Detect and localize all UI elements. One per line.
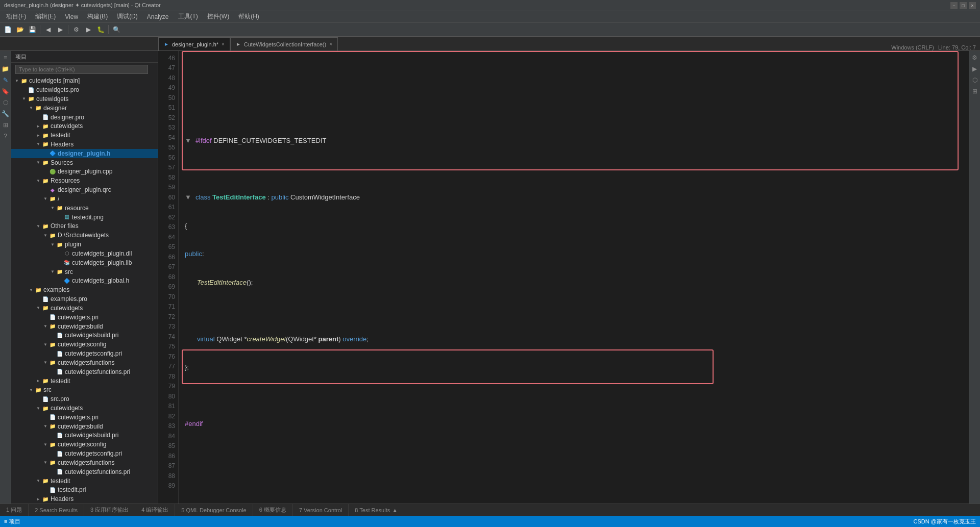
tree-item-cutewidgets-global-h[interactable]: 🔷 cutewidgets_global.h xyxy=(11,277,158,286)
tree-item-plugin[interactable]: ▼ 📁 plugin xyxy=(11,240,158,249)
tree-search-input[interactable] xyxy=(15,65,148,74)
tree-item-headers[interactable]: ▼ 📁 Headers xyxy=(11,140,158,149)
menu-project[interactable]: 项目(F) xyxy=(2,11,30,22)
sidebar-icon-output[interactable]: ⊞ xyxy=(1,120,10,130)
menu-debug[interactable]: 调试(D) xyxy=(113,11,142,22)
tree-item-designer-plugin-h[interactable]: 🔷 designer_plugin.h xyxy=(11,149,158,158)
bottom-tab-summary[interactable]: 6 概要信息 xyxy=(253,504,293,516)
tree-item-cutewidgets-main[interactable]: ▼ 📁 cutewidgets [main] xyxy=(11,76,158,85)
right-icon-build[interactable]: ⚙ xyxy=(970,53,979,62)
bottom-tab-vcs[interactable]: 7 Version Control xyxy=(293,504,349,516)
item-label: cutewidgets xyxy=(36,95,68,103)
menu-edit[interactable]: 编辑(E) xyxy=(31,11,60,22)
tree-item-designer-plugin-qrc[interactable]: ◆ designer_plugin.qrc xyxy=(11,185,158,194)
toolbar-build[interactable]: ⚙ xyxy=(70,24,82,35)
menu-tools[interactable]: 工具(T) xyxy=(174,11,202,22)
toolbar-debug[interactable]: 🐛 xyxy=(95,24,106,35)
tree-item-testedit-ex[interactable]: ► 📁 testedit xyxy=(11,377,158,386)
tree-item-examples[interactable]: ▼ 📁 examples xyxy=(11,285,158,294)
tree-item-testedit-pri[interactable]: 📄 testedit.pri xyxy=(11,486,158,495)
tree-item-cutewidgetsconfig-ex[interactable]: ▼ 📁 cutewidgetsconfig xyxy=(11,340,158,349)
toolbar-back[interactable]: ◀ xyxy=(42,24,54,35)
tree-item-examples-pro[interactable]: 📄 examples.pro xyxy=(11,294,158,304)
sidebar-icon-project[interactable]: ≡ xyxy=(1,53,10,62)
tree-item-src-pro[interactable]: 📄 src.pro xyxy=(11,394,158,404)
tree-item-designer-pro[interactable]: 📄 designer.pro xyxy=(11,113,158,122)
sidebar-icon-files[interactable]: 📁 xyxy=(1,64,10,73)
code-scroll[interactable]: 46 47 48 49 50 51 52 53 54 55 56 57 58 5… xyxy=(158,51,969,504)
tree-item-dll[interactable]: ⬡ cutewidgets_plugin.dll xyxy=(11,249,158,258)
tree-item-other-files[interactable]: ▼ 📁 Other files xyxy=(11,222,158,231)
bottom-tab-tests[interactable]: 8 Test Results ▲ xyxy=(349,504,404,516)
tree-item-cutewidgetsbuild-ex[interactable]: ▼ 📁 cutewidgetsbuild xyxy=(11,322,158,331)
tree-item-cutewidgetsconfig-src[interactable]: ▼ 📁 cutewidgetsconfig xyxy=(11,440,158,449)
toolbar-run[interactable]: ▶ xyxy=(83,24,94,35)
menu-analyze[interactable]: Analyze xyxy=(143,12,173,21)
menu-help[interactable]: 帮助(H) xyxy=(234,11,263,22)
tree-item-cutewidgetsfunctions-pri[interactable]: 📄 cutewidgetsfunctions.pri xyxy=(11,367,158,377)
sidebar-icon-debug[interactable]: ⬡ xyxy=(1,98,10,107)
toolbar-locator[interactable]: 🔍 xyxy=(111,24,122,35)
sidebar-icon-help[interactable]: ? xyxy=(1,132,10,141)
tree-item-cutewidgets-pro[interactable]: 📄 cutewidgets.pro xyxy=(11,85,158,94)
sidebar-icon-tools[interactable]: 🔧 xyxy=(1,109,10,118)
tree-item-slash[interactable]: ▼ 📁 / xyxy=(11,194,158,204)
tree-item-headers-src[interactable]: ► 📁 Headers xyxy=(11,494,158,504)
tree-item-cutewidgetsfunctions-pri-src[interactable]: 📄 cutewidgetsfunctions.pri xyxy=(11,467,158,476)
tree-item-testedit-src[interactable]: ▼ 📁 testedit xyxy=(11,476,158,486)
tree-item-testedit[interactable]: ► 📁 testedit xyxy=(11,131,158,140)
item-label: plugin xyxy=(65,241,81,248)
right-icon-run[interactable]: ▶ xyxy=(970,64,979,73)
tree-item-cutewidgets-sub[interactable]: ► 📁 cutewidgets xyxy=(11,121,158,131)
toolbar-save[interactable]: 💾 xyxy=(27,24,38,35)
tree-item-d-src[interactable]: ▼ 📁 D:\Src\cutewidgets xyxy=(11,231,158,240)
tree-item-cutewidgetsbuild-src[interactable]: ▼ 📁 cutewidgetsbuild xyxy=(11,422,158,431)
tree-item-cutewidgets-pri-src[interactable]: 📄 cutewidgets.pri xyxy=(11,413,158,422)
tree-item-designer-plugin-cpp[interactable]: 🟢 designer_plugin.cpp xyxy=(11,167,158,177)
tree-item-cutewidgetsfunctions-ex[interactable]: ▼ 📁 cutewidgetsfunctions xyxy=(11,358,158,367)
tab-close-h[interactable]: × xyxy=(222,41,225,47)
minimize-button[interactable]: − xyxy=(950,2,958,9)
tab-designer-plugin-h[interactable]: ► designer_plugin.h* × xyxy=(158,37,230,51)
menu-controls[interactable]: 控件(W) xyxy=(203,11,233,22)
tree-item-cutewidgetsconfig-pri[interactable]: 📄 cutewidgetsconfig.pri xyxy=(11,349,158,358)
code-content[interactable]: ▼ #ifdef DEFINE_CUTEWIDGETS_TESTEDIT ▼ c… xyxy=(179,51,969,504)
code-line-52 xyxy=(185,306,969,316)
tree-item-cutewidgets-ex[interactable]: ▼ 📁 cutewidgets xyxy=(11,304,158,313)
tab-collection-interface[interactable]: ► CuteWidgetsCollectionInterface() × xyxy=(230,37,338,51)
tree-item-src-folder[interactable]: ▼ 📁 src xyxy=(11,267,158,277)
tree-item-cutewidgetsbuild-pri-src[interactable]: 📄 cutewidgetsbuild.pri xyxy=(11,431,158,440)
tree-item-src[interactable]: ▼ 📁 src xyxy=(11,385,158,394)
tree-item-sources[interactable]: ▼ 📁 Sources xyxy=(11,158,158,167)
bottom-tab-compile[interactable]: 4 编译输出 xyxy=(135,504,175,516)
tree-item-designer[interactable]: ▼ 📁 designer xyxy=(11,104,158,113)
tree-item-testedit-png[interactable]: 🖼 testedit.png xyxy=(11,213,158,222)
sidebar-icon-edit[interactable]: ✎ xyxy=(1,76,10,85)
toolbar-forward[interactable]: ▶ xyxy=(55,24,66,35)
close-button[interactable]: × xyxy=(969,2,976,9)
bottom-tab-app-output[interactable]: 3 应用程序输出 xyxy=(84,504,135,516)
bottom-tab-qml-debug[interactable]: 5 QML Debugger Console xyxy=(175,504,253,516)
menu-build[interactable]: 构建(B) xyxy=(83,11,112,22)
tree-item-lib[interactable]: 📚 cutewidgets_plugin.lib xyxy=(11,258,158,267)
folder-icon: 📁 xyxy=(49,441,56,448)
toolbar-new[interactable]: 📄 xyxy=(2,24,13,35)
tree-item-resources[interactable]: ▼ 📁 Resources xyxy=(11,176,158,185)
tree-item-resource[interactable]: ▼ 📁 resource xyxy=(11,204,158,213)
tree-item-cutewidgets-src[interactable]: ▼ 📁 cutewidgets xyxy=(11,404,158,413)
maximize-button[interactable]: □ xyxy=(960,2,967,9)
menu-view[interactable]: View xyxy=(61,12,82,21)
tree-item-cutewidgetsbuild-pri[interactable]: 📄 cutewidgetsbuild.pri xyxy=(11,331,158,340)
sidebar-icon-bookmarks[interactable]: 🔖 xyxy=(1,87,10,96)
toolbar-open[interactable]: 📂 xyxy=(14,24,26,35)
tree-item-cutewidgetsfunctions-src[interactable]: ▼ 📁 cutewidgetsfunctions xyxy=(11,458,158,467)
arrow xyxy=(42,186,49,193)
tree-item-cutewidgets-pri[interactable]: 📄 cutewidgets.pri xyxy=(11,313,158,322)
bottom-tab-search[interactable]: 2 Search Results xyxy=(29,504,84,516)
right-icon-terminal[interactable]: ⊞ xyxy=(970,87,979,96)
tree-item-cutewidgetsconfig-pri-src[interactable]: 📄 cutewidgetsconfig.pri xyxy=(11,449,158,458)
tab-close-fn[interactable]: × xyxy=(329,41,332,47)
bottom-tab-issues[interactable]: 1 问题 xyxy=(0,504,29,516)
right-icon-debug[interactable]: ⬡ xyxy=(970,76,979,85)
tree-item-cutewidgets-folder[interactable]: ▼ 📁 cutewidgets xyxy=(11,94,158,104)
